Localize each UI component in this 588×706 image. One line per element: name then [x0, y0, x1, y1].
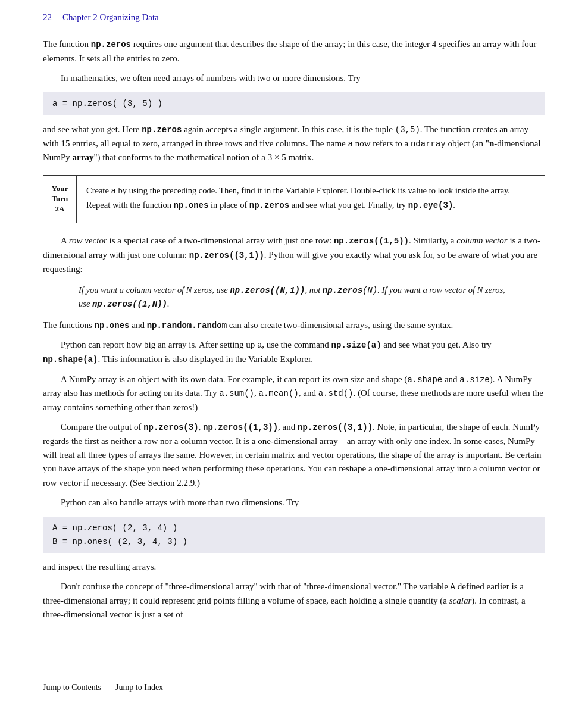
- your-turn-content: Create a by using the preceding code. Th…: [77, 176, 545, 223]
- code-2-line1: A = np.zeros( (2, 3, 4) ): [52, 521, 536, 535]
- jump-to-index-link[interactable]: Jump to Index: [115, 681, 163, 694]
- blockquote: If you want a column vector of N zeros, …: [79, 283, 509, 311]
- para-11: Don't confuse the concept of "three-dime…: [43, 580, 545, 621]
- your-turn-line3: 2A: [55, 204, 65, 214]
- para-2: In mathematics, we often need arrays of …: [43, 71, 545, 85]
- code-block-1: a = np.zeros( (3, 5) ): [43, 92, 545, 115]
- para-7: A NumPy array is an object with its own …: [43, 373, 545, 415]
- page-number: 22: [43, 11, 52, 24]
- para-9: Python can also handle arrays with more …: [43, 496, 545, 510]
- jump-to-contents-link[interactable]: Jump to Contents: [43, 681, 101, 694]
- code-1-text: a = np.zeros( (3, 5) ): [52, 99, 162, 108]
- para-5: The functions np.ones and np.random.rand…: [43, 318, 545, 333]
- para-8: Compare the output of np.zeros(3), np.ze…: [43, 420, 545, 490]
- your-turn-line1: Your: [52, 184, 68, 194]
- page-header: 22 Chapter 2 Organizing Data: [43, 11, 545, 27]
- code-block-2: A = np.zeros( (2, 3, 4) ) B = np.ones( (…: [43, 517, 545, 553]
- your-turn-line2: Turn: [52, 194, 68, 204]
- para-4: A row vector is a special case of a two-…: [43, 234, 545, 276]
- your-turn-label: Your Turn 2A: [43, 176, 77, 223]
- para-6: Python can report how big an array is. A…: [43, 338, 545, 366]
- code-2-line2: B = np.ones( (2, 3, 4, 3) ): [52, 535, 536, 548]
- para-1: The function np.zeros requires one argum…: [43, 38, 545, 65]
- para-3: and see what you get. Here np.zeros agai…: [43, 123, 545, 165]
- para-10: and inspect the resulting arrays.: [43, 560, 545, 574]
- footer-nav: Jump to Contents Jump to Index: [43, 676, 545, 694]
- your-turn-box: Your Turn 2A Create a by using the prece…: [43, 175, 545, 223]
- chapter-title: Chapter 2 Organizing Data: [62, 11, 159, 24]
